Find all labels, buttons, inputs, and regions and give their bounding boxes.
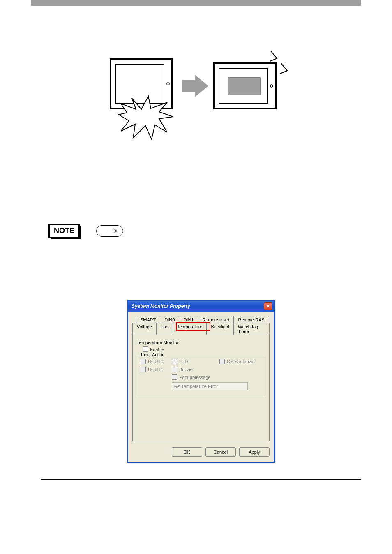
tab-smart[interactable]: SMART [136,316,160,323]
tab-watchdog-timer[interactable]: Watchdog Timer [233,323,270,335]
tab-din0[interactable]: DIN0 [160,316,179,323]
ok-button[interactable]: OK [172,447,202,457]
dout1-label: DOUT1 [148,367,163,372]
error-action-fieldset: Error Action DOUT0 LED [137,355,265,395]
tab-fan[interactable]: Fan [156,323,173,335]
cancel-button[interactable]: Cancel [205,447,236,457]
popup-message-input[interactable] [172,382,248,390]
svg-marker-4 [182,75,208,97]
close-icon: ✕ [266,303,270,309]
svg-point-2 [167,83,169,85]
reference-pill [96,225,123,237]
header-bar [31,0,361,6]
illustration [41,51,361,150]
dout0-checkbox[interactable] [141,359,146,364]
note-badge: NOTE [48,224,80,238]
shutdown-label: OS Shutdown [227,359,255,364]
system-monitor-dialog: System Monitor Property ✕ SMART DIN0 DIN… [127,300,275,463]
buzzer-label: Buzzer [179,367,193,372]
shutdown-checkbox[interactable] [219,359,225,364]
tab-temperature[interactable]: Temperature [173,323,207,335]
svg-marker-3 [119,96,173,139]
tab-remote-ras[interactable]: Remote RAS [233,316,269,323]
fieldset-legend: Error Action [140,352,166,357]
enable-label: Enable [150,347,164,352]
note-label: NOTE [54,226,74,235]
popup-checkbox[interactable] [172,374,177,380]
dialog-title: System Monitor Property [131,303,190,309]
svg-rect-0 [111,59,172,108]
close-button[interactable]: ✕ [264,302,272,310]
tab-din1[interactable]: DIN1 [179,316,198,323]
dialog-titlebar: System Monitor Property ✕ [128,301,274,312]
footer-rule [41,479,361,480]
enable-checkbox[interactable] [143,346,148,352]
popup-label: PopupMessage [179,375,210,380]
led-label: LED [179,359,188,364]
svg-rect-1 [115,64,164,104]
svg-rect-8 [228,78,260,95]
tab-remote-reset[interactable]: Remote reset [198,316,234,323]
tab-panel: Temperature Monitor Enable Error Action … [132,335,270,441]
dout1-checkbox[interactable] [141,367,146,372]
dout0-label: DOUT0 [148,359,163,364]
buzzer-checkbox[interactable] [172,367,177,372]
tab-voltage[interactable]: Voltage [132,323,157,335]
apply-button[interactable]: Apply [239,447,270,457]
tab-backlight[interactable]: Backlight [206,323,234,335]
svg-point-7 [270,85,273,87]
led-checkbox[interactable] [172,359,177,364]
section-label: Temperature Monitor [137,340,265,345]
